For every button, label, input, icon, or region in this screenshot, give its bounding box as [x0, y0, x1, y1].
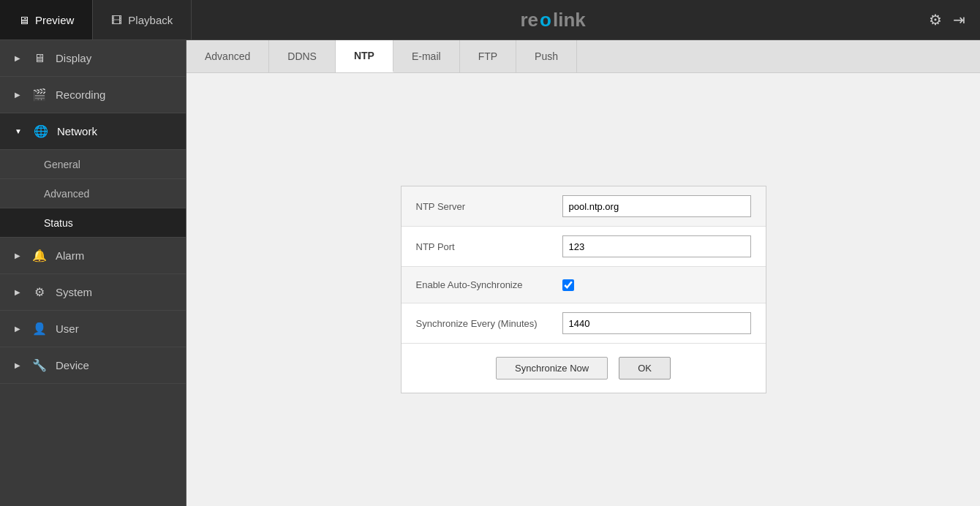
ntp-server-input[interactable]: [562, 195, 751, 217]
tab-advanced-label: Advanced: [205, 50, 250, 62]
recording-icon: 🎬: [32, 88, 47, 102]
tab-email-label: E-mail: [412, 50, 441, 62]
playback-label: Playback: [128, 14, 173, 26]
sidebar-label-alarm: Alarm: [56, 249, 84, 262]
tabs-bar: Advanced DDNS NTP E-mail FTP Push: [186, 40, 980, 73]
ntp-port-input[interactable]: [562, 235, 751, 257]
sync-every-input[interactable]: [562, 312, 751, 334]
auto-sync-checkbox[interactable]: [562, 279, 574, 291]
system-arrow-icon: ▶: [15, 288, 20, 296]
sidebar-label-device: Device: [56, 359, 89, 371]
recording-arrow-icon: ▶: [15, 91, 20, 99]
system-icon: ⚙: [32, 285, 47, 299]
ntp-port-row: NTP Port: [402, 227, 766, 267]
header: 🖥 Preview 🎞 Playback reolink ⚙ ⇥: [0, 0, 980, 40]
device-arrow-icon: ▶: [15, 361, 20, 369]
sync-now-button[interactable]: Synchronize Now: [496, 357, 608, 380]
tab-email[interactable]: E-mail: [393, 40, 460, 72]
sidebar-sub-general[interactable]: General: [0, 150, 186, 179]
tab-ddns-label: DDNS: [287, 50, 317, 62]
tab-ddns[interactable]: DDNS: [269, 40, 336, 72]
alarm-arrow-icon: ▶: [15, 252, 20, 260]
sidebar-sub-advanced-label: Advanced: [44, 188, 89, 200]
logout-button[interactable]: ⇥: [953, 11, 965, 29]
sidebar-item-system[interactable]: ▶ ⚙ System: [0, 274, 186, 311]
settings-button[interactable]: ⚙: [929, 11, 942, 29]
sidebar-label-display: Display: [56, 52, 91, 64]
sidebar-item-display[interactable]: ▶ 🖥 Display: [0, 40, 186, 77]
main-area: ▶ 🖥 Display ▶ 🎬 Recording ▼ 🌐 Network Ge…: [0, 40, 980, 506]
sidebar-item-recording[interactable]: ▶ 🎬 Recording: [0, 77, 186, 113]
logo: reolink: [520, 9, 585, 31]
user-arrow-icon: ▶: [15, 325, 20, 333]
playback-nav[interactable]: 🎞 Playback: [93, 0, 192, 39]
logo-text-part2: link: [553, 9, 586, 31]
logo-area: reolink: [192, 9, 914, 31]
ntp-server-label: NTP Server: [416, 201, 562, 212]
sidebar-sub-advanced[interactable]: Advanced: [0, 179, 186, 208]
sidebar-sub-general-label: General: [44, 159, 80, 170]
tab-push-label: Push: [535, 50, 558, 62]
sidebar-label-network: Network: [57, 125, 97, 137]
sidebar-item-alarm[interactable]: ▶ 🔔 Alarm: [0, 238, 186, 274]
network-arrow-icon: ▼: [15, 127, 22, 135]
alarm-icon: 🔔: [32, 249, 47, 263]
form-container: NTP Server NTP Port Enable Auto-Synchron…: [186, 73, 980, 506]
device-icon: 🔧: [32, 358, 47, 372]
logo-o-icon: o: [540, 9, 551, 31]
header-actions: ⚙ ⇥: [914, 11, 980, 29]
form-buttons: Synchronize Now OK: [402, 344, 766, 393]
preview-icon: 🖥: [18, 14, 29, 26]
preview-nav[interactable]: 🖥 Preview: [0, 0, 93, 39]
ntp-form-panel: NTP Server NTP Port Enable Auto-Synchron…: [401, 186, 766, 393]
display-arrow-icon: ▶: [15, 54, 20, 62]
tab-ntp-label: NTP: [354, 50, 374, 61]
logo-text-part1: re: [520, 9, 538, 31]
tab-advanced[interactable]: Advanced: [186, 40, 269, 72]
ntp-server-row: NTP Server: [402, 186, 766, 227]
header-nav: 🖥 Preview 🎞 Playback: [0, 0, 192, 39]
sidebar-item-network[interactable]: ▼ 🌐 Network: [0, 113, 186, 150]
ok-button[interactable]: OK: [619, 357, 671, 380]
user-icon: 👤: [32, 322, 47, 336]
preview-label: Preview: [35, 14, 74, 26]
sync-every-label: Synchronize Every (Minutes): [416, 318, 562, 329]
auto-sync-label: Enable Auto-Synchronize: [416, 279, 562, 290]
sync-every-row: Synchronize Every (Minutes): [402, 303, 766, 344]
content-area: Advanced DDNS NTP E-mail FTP Push: [186, 40, 980, 506]
sidebar: ▶ 🖥 Display ▶ 🎬 Recording ▼ 🌐 Network Ge…: [0, 40, 186, 506]
sidebar-label-recording: Recording: [56, 88, 105, 101]
sidebar-item-device[interactable]: ▶ 🔧 Device: [0, 347, 186, 384]
display-icon: 🖥: [32, 52, 47, 65]
network-icon: 🌐: [34, 124, 48, 138]
playback-icon: 🎞: [111, 14, 122, 26]
sidebar-sub-status[interactable]: Status: [0, 208, 186, 238]
tab-push[interactable]: Push: [516, 40, 577, 72]
tab-ftp-label: FTP: [478, 50, 497, 62]
sidebar-label-user: User: [56, 322, 79, 335]
tab-ntp[interactable]: NTP: [336, 40, 393, 72]
auto-sync-row: Enable Auto-Synchronize: [402, 267, 766, 303]
sidebar-sub-status-label: Status: [44, 217, 73, 229]
tab-ftp[interactable]: FTP: [460, 40, 516, 72]
sidebar-item-user[interactable]: ▶ 👤 User: [0, 311, 186, 347]
ntp-port-label: NTP Port: [416, 241, 562, 252]
sidebar-label-system: System: [56, 286, 92, 298]
